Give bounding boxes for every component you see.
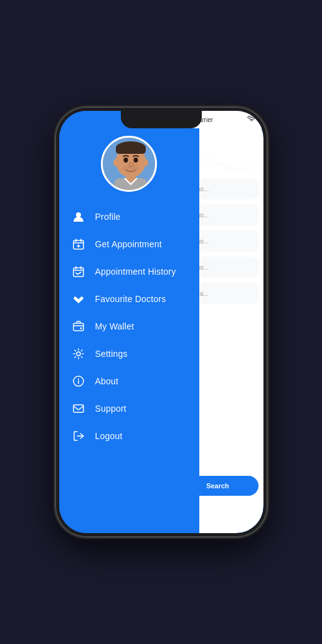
svg-rect-20 <box>73 405 83 412</box>
svg-point-16 <box>80 328 82 329</box>
favourite-doctors-icon <box>72 292 85 306</box>
sidebar-item-logout[interactable]: Logout <box>59 422 199 450</box>
profile-icon <box>72 210 85 224</box>
sidebar-item-favourite-doctors[interactable]: Favourite Doctors <box>59 285 199 313</box>
sidebar-item-profile[interactable]: Profile <box>59 203 199 230</box>
phone-screen: Carrier <box>59 111 263 533</box>
support-icon <box>72 402 85 415</box>
sidebar-item-about[interactable]: About <box>59 367 199 395</box>
appointment-history-icon <box>72 265 85 278</box>
svg-point-11 <box>143 159 148 166</box>
get-appointment-icon <box>72 237 85 251</box>
sidebar-item-support[interactable]: Support <box>59 395 199 422</box>
svg-rect-6 <box>116 145 146 154</box>
sidebar-item-get-appointment[interactable]: Get Appointment <box>59 230 199 258</box>
sidebar-item-settings[interactable]: Settings <box>59 340 199 367</box>
notch <box>121 111 202 128</box>
avatar-container <box>59 136 199 192</box>
profile-label: Profile <box>95 212 121 222</box>
appointment-history-label: Appointment History <box>95 267 176 277</box>
svg-point-19 <box>78 379 79 380</box>
svg-point-12 <box>76 212 81 217</box>
favourite-doctors-label: Favourite Doctors <box>95 294 166 304</box>
sidebar-item-my-wallet[interactable]: My Wallet <box>59 313 199 340</box>
about-icon <box>72 374 85 388</box>
svg-point-7 <box>124 158 128 163</box>
svg-point-10 <box>113 159 118 166</box>
sidebar-item-appointment-history[interactable]: Appointment History <box>59 258 199 285</box>
get-appointment-label: Get Appointment <box>95 239 162 249</box>
search-button-label: Search <box>206 482 229 490</box>
wifi-icon <box>247 116 256 123</box>
support-label: Support <box>95 404 126 414</box>
sidebar: Profile Get Appointment <box>59 111 199 533</box>
svg-point-9 <box>122 165 140 173</box>
avatar <box>101 136 157 192</box>
svg-rect-14 <box>73 268 83 277</box>
my-wallet-label: My Wallet <box>95 321 135 331</box>
settings-icon <box>72 347 85 361</box>
logout-icon <box>72 429 85 443</box>
logout-label: Logout <box>95 431 123 441</box>
my-wallet-icon <box>72 320 85 333</box>
svg-rect-15 <box>73 323 83 331</box>
svg-point-8 <box>134 158 138 163</box>
menu-list: Profile Get Appointment <box>59 203 199 450</box>
settings-label: Settings <box>95 349 128 359</box>
about-label: About <box>95 376 119 386</box>
svg-point-17 <box>77 352 80 356</box>
phone-frame: Carrier <box>55 107 267 537</box>
